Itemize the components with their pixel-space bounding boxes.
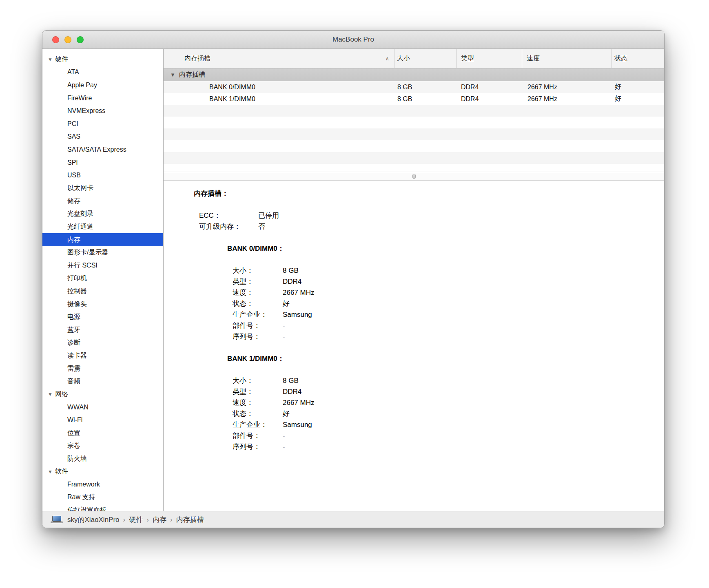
sidebar-group-label: 软件 bbox=[55, 467, 68, 476]
table-group-row[interactable]: ▼ 内存插槽 bbox=[164, 69, 664, 81]
zoom-button[interactable] bbox=[77, 36, 84, 43]
table-group-label: 内存插槽 bbox=[179, 71, 205, 79]
detail-bank-field: 序列号：- bbox=[233, 331, 664, 342]
sidebar-group-软件[interactable]: ▼软件 bbox=[42, 465, 163, 478]
breadcrumb-device: sky的XiaoXinPro bbox=[67, 516, 120, 524]
sidebar-item-SAS[interactable]: SAS bbox=[42, 130, 163, 144]
breadcrumb-separator-icon: › bbox=[170, 516, 173, 524]
detail-bank-heading: BANK 0/DIMM0： bbox=[227, 243, 664, 254]
sidebar-item-控制器[interactable]: 控制器 bbox=[42, 285, 163, 298]
sidebar-item-图形卡/显示器[interactable]: 图形卡/显示器 bbox=[42, 246, 163, 259]
sidebar-item-防火墙[interactable]: 防火墙 bbox=[42, 452, 163, 465]
sidebar-item-Wi-Fi[interactable]: Wi-Fi bbox=[42, 414, 163, 427]
detail-field-label: 部件号： bbox=[233, 320, 283, 331]
sidebar-item-音频[interactable]: 音频 bbox=[42, 375, 163, 388]
pane-splitter[interactable] bbox=[164, 172, 664, 181]
spacer bbox=[164, 199, 664, 210]
table-cell: 8 GB bbox=[394, 84, 457, 91]
sidebar-item-光盘刻录[interactable]: 光盘刻录 bbox=[42, 208, 163, 221]
detail-field-value: - bbox=[283, 322, 285, 329]
sidebar-item-内存[interactable]: 内存 bbox=[42, 233, 163, 246]
disclosure-triangle-icon[interactable]: ▼ bbox=[48, 57, 55, 62]
sidebar-item-雷雳[interactable]: 雷雳 bbox=[42, 362, 163, 375]
sidebar-item-偏好设置面板[interactable]: 偏好设置面板 bbox=[42, 504, 163, 511]
sidebar-item-位置[interactable]: 位置 bbox=[42, 427, 163, 440]
sidebar-item-光纤通道[interactable]: 光纤通道 bbox=[42, 221, 163, 234]
sidebar-group-label: 网络 bbox=[55, 390, 68, 399]
detail-bank-field: 速度：2667 MHz bbox=[233, 287, 664, 298]
sidebar-group-硬件[interactable]: ▼硬件 bbox=[42, 53, 163, 66]
table-cell: DDR4 bbox=[457, 84, 522, 91]
sidebar-item-ATA[interactable]: ATA bbox=[42, 66, 163, 79]
close-button[interactable] bbox=[52, 36, 59, 43]
detail-field-value: 好 bbox=[283, 300, 290, 307]
splitter-knob-icon[interactable] bbox=[412, 174, 416, 179]
detail-field-value: Samsung bbox=[283, 311, 312, 318]
sidebar-item-打印机[interactable]: 打印机 bbox=[42, 272, 163, 285]
detail-bank-field: 类型：DDR4 bbox=[233, 386, 664, 397]
table-row[interactable]: BANK 1/DIMM08 GBDDR42667 MHz好 bbox=[164, 93, 664, 105]
detail-bank-field: 部件号：- bbox=[233, 320, 664, 331]
detail-heading: 内存插槽： bbox=[194, 188, 664, 199]
detail-field-label: 大小： bbox=[233, 375, 283, 386]
sidebar-item-Framework[interactable]: Framework bbox=[42, 478, 163, 491]
detail-field-label: 类型： bbox=[233, 276, 283, 287]
detail-field-label: 序列号： bbox=[233, 441, 283, 452]
sidebar-item-SATA/SATA Express[interactable]: SATA/SATA Express bbox=[42, 143, 163, 156]
sidebar-item-并行 SCSI[interactable]: 并行 SCSI bbox=[42, 259, 163, 272]
disclosure-triangle-icon[interactable]: ▼ bbox=[170, 72, 175, 78]
sidebar-item-FireWire[interactable]: FireWire bbox=[42, 92, 163, 105]
minimize-button[interactable] bbox=[64, 36, 71, 43]
detail-bank-field: 类型：DDR4 bbox=[233, 276, 664, 287]
sidebar-item-NVMExpress[interactable]: NVMExpress bbox=[42, 104, 163, 117]
detail-global-field: 可升级内存：否 bbox=[199, 221, 664, 232]
sidebar-item-Apple Pay[interactable]: Apple Pay bbox=[42, 79, 163, 92]
sidebar-item-诊断[interactable]: 诊断 bbox=[42, 336, 163, 349]
sidebar-group-label: 硬件 bbox=[55, 55, 68, 64]
detail-field-label: 序列号： bbox=[233, 331, 283, 342]
window-title: MacBook Pro bbox=[332, 35, 374, 44]
column-header-类型[interactable]: 类型 bbox=[457, 49, 522, 68]
sidebar-item-以太网卡[interactable]: 以太网卡 bbox=[42, 182, 163, 195]
sidebar-item-USB[interactable]: USB bbox=[42, 169, 163, 182]
detail-field-value: 已停用 bbox=[258, 212, 279, 219]
laptop-icon bbox=[51, 515, 63, 524]
sidebar-item-PCI[interactable]: PCI bbox=[42, 117, 163, 130]
sidebar-item-Raw 支持[interactable]: Raw 支持 bbox=[42, 491, 163, 504]
sidebar-group-网络[interactable]: ▼网络 bbox=[42, 388, 163, 401]
sidebar-item-储存[interactable]: 储存 bbox=[42, 195, 163, 208]
content-pane: 内存插槽∧大小类型速度状态 ▼ 内存插槽 BANK 0/DIMM08 GBDDR… bbox=[164, 49, 664, 511]
column-header-速度[interactable]: 速度 bbox=[522, 49, 612, 68]
detail-field-label: 可升级内存： bbox=[199, 221, 258, 232]
table-cell: BANK 0/DIMM0 bbox=[164, 84, 394, 91]
sidebar-item-SPI[interactable]: SPI bbox=[42, 156, 163, 169]
detail-field-label: ECC： bbox=[199, 210, 258, 221]
sidebar-item-宗卷[interactable]: 宗卷 bbox=[42, 440, 163, 453]
table-cell: 2667 MHz bbox=[522, 84, 612, 91]
detail-field-value: 8 GB bbox=[283, 377, 299, 385]
disclosure-triangle-icon[interactable]: ▼ bbox=[48, 391, 55, 397]
column-header-大小[interactable]: 大小 bbox=[394, 49, 457, 68]
sidebar-item-电源[interactable]: 电源 bbox=[42, 311, 163, 324]
column-header-内存插槽[interactable]: 内存插槽∧ bbox=[164, 49, 394, 68]
breadcrumb-separator-icon: › bbox=[146, 516, 149, 524]
disclosure-triangle-icon[interactable]: ▼ bbox=[48, 469, 55, 475]
main-area: ▼硬件ATAApple PayFireWireNVMExpressPCISASS… bbox=[42, 49, 664, 511]
detail-field-value: 好 bbox=[283, 410, 290, 418]
window-titlebar[interactable]: MacBook Pro bbox=[42, 31, 664, 49]
table-cell: BANK 1/DIMM0 bbox=[164, 95, 394, 103]
column-header-状态[interactable]: 状态 bbox=[612, 49, 664, 68]
detail-field-label: 生产企业： bbox=[233, 419, 283, 430]
detail-field-value: Samsung bbox=[283, 421, 312, 429]
detail-bank-field: 大小：8 GB bbox=[233, 375, 664, 386]
sidebar-item-读卡器[interactable]: 读卡器 bbox=[42, 349, 163, 363]
sidebar-item-蓝牙[interactable]: 蓝牙 bbox=[42, 323, 163, 336]
sidebar-item-摄像头[interactable]: 摄像头 bbox=[42, 298, 163, 311]
table-row[interactable]: BANK 0/DIMM08 GBDDR42667 MHz好 bbox=[164, 81, 664, 93]
detail-field-value: DDR4 bbox=[283, 388, 301, 396]
detail-pane: 内存插槽：ECC：已停用可升级内存：否BANK 0/DIMM0：大小：8 GB类… bbox=[164, 181, 664, 511]
sidebar-item-WWAN[interactable]: WWAN bbox=[42, 401, 163, 414]
table-cell: 8 GB bbox=[394, 95, 457, 103]
detail-field-label: 状态： bbox=[233, 408, 283, 419]
detail-bank-field: 生产企业：Samsung bbox=[233, 419, 664, 430]
